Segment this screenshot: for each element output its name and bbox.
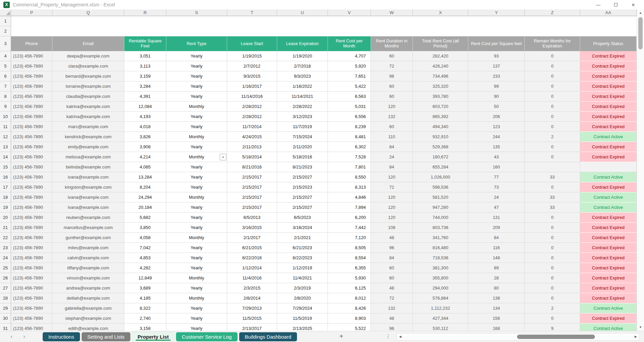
row-header-11[interactable]: 11 — [0, 122, 11, 132]
cell-total-rent-cost-r17[interactable]: 598,536 — [413, 182, 468, 192]
cell-rentable-sqft-r26[interactable]: 12,849 — [124, 273, 166, 283]
cell-rent-cost-month-r26[interactable]: 5,930 — [328, 273, 371, 283]
cell-lease-start-r9[interactable]: 2/28/2012 — [227, 102, 277, 112]
column-header-U[interactable]: U — [277, 9, 328, 16]
cell-rentable-sqft-r18[interactable]: 24,294 — [124, 192, 166, 202]
cell-remain-months-r22[interactable]: 0 — [525, 233, 580, 243]
cell-total-rent-cost-r12[interactable]: 932,910 — [413, 132, 468, 142]
cell-email-r31[interactable]: edith@example.com — [52, 324, 124, 331]
cell-lease-start-r23[interactable]: 6/21/2015 — [227, 243, 277, 253]
cell-rent-type-r23[interactable]: Yearly — [166, 243, 227, 253]
cell-remain-months-r31[interactable]: 9 — [525, 324, 580, 331]
cell-email-r8[interactable]: claudia@example.com — [52, 91, 124, 102]
cell-rent-cost-sqft-r6[interactable]: 233 — [468, 71, 525, 81]
cell-email-r12[interactable]: kendrick@example.com — [52, 132, 124, 142]
cell-rent-cost-sqft-r29[interactable]: 134 — [468, 303, 525, 313]
cell-lease-start-r14[interactable]: 5/18/2014 — [227, 152, 277, 162]
cell-rent-cost-sqft-r16[interactable]: 77 — [468, 172, 525, 182]
cell-email-r4[interactable]: deepa@example.com — [52, 51, 124, 61]
cell-rent-type-r11[interactable]: Yearly — [166, 122, 227, 132]
cell-lease-start-r15[interactable]: 8/21/2016 — [227, 162, 277, 172]
cell-lease-expiration-r9[interactable]: 2/28/2022 — [277, 102, 328, 112]
cell-phone-r20[interactable]: (123) 456-7890 — [11, 213, 52, 223]
sheet-nav-left-icon[interactable]: ‹ — [8, 333, 15, 340]
cell-total-rent-cost-r30[interactable]: 427,344 — [413, 313, 468, 324]
cell-lease-start-r18[interactable]: 2/15/2017 — [227, 192, 277, 202]
cell-lease-expiration-r13[interactable]: 2/11/2020 — [277, 142, 328, 152]
cell-email-r7[interactable]: lorraine@example.com — [52, 81, 124, 91]
cell-property-status-r23[interactable]: Contract Expired — [580, 243, 637, 253]
cell-property-status-r22[interactable]: Contract Expired — [580, 233, 637, 243]
cell-lease-expiration-r26[interactable]: 11/4/2021 — [277, 273, 328, 283]
cell-phone-r30[interactable]: (123) 456-7890 — [11, 313, 52, 324]
cell-phone-r14[interactable]: (123) 456-7890 — [11, 152, 52, 162]
cell-property-status-r15[interactable] — [580, 162, 637, 172]
cell-rent-duration-r25[interactable]: 60 — [371, 263, 413, 273]
cell-property-status-r25[interactable]: Contract Expired — [580, 263, 637, 273]
column-title-rent-cost-sqft[interactable]: Rent Cost per Square feet — [468, 36, 525, 51]
cell-remain-months-r15[interactable] — [525, 162, 580, 172]
scroll-up-icon[interactable]: ▲ — [637, 11, 644, 14]
cell-rent-duration-r27[interactable]: 48 — [371, 283, 413, 293]
cell-lease-start-r17[interactable]: 2/15/2017 — [227, 182, 277, 192]
cell-lease-start-r8[interactable]: 11/14/2016 — [227, 91, 277, 102]
cell-rent-type-r9[interactable]: Monthly — [166, 102, 227, 112]
column-title-property-status[interactable]: Property Status — [580, 36, 637, 51]
cell-lease-start-r5[interactable]: 2/7/2012 — [227, 61, 277, 71]
cell-email-r6[interactable]: bernard@example.com — [52, 71, 124, 81]
cell-lease-expiration-r22[interactable]: 2/1/2021 — [277, 233, 328, 243]
cell-lease-expiration-r11[interactable]: 11/7/2019 — [277, 122, 328, 132]
cell-lease-start-r21[interactable]: 3/16/2015 — [227, 223, 277, 233]
cell-remain-months-r30[interactable]: 0 — [525, 313, 580, 324]
cell-lease-expiration-r4[interactable]: 1/19/2020 — [277, 51, 328, 61]
cell-lease-expiration-r25[interactable]: 1/12/2019 — [277, 263, 328, 273]
cell-phone-r17[interactable]: (123) 456-7890 — [11, 182, 52, 192]
column-title-rentable-sqft[interactable]: Rentable Square Feet — [124, 36, 166, 51]
row-header-18[interactable]: 18 — [0, 192, 11, 202]
cell-rent-type-r27[interactable]: Yearly — [166, 283, 227, 293]
cell-rent-cost-sqft-r8[interactable]: 90 — [468, 91, 525, 102]
cell-email-r28[interactable]: delilah@example.com — [52, 293, 124, 303]
cell-rent-cost-month-r27[interactable]: 6,125 — [328, 283, 371, 293]
cell-lease-expiration-r6[interactable]: 9/3/2023 — [277, 71, 328, 81]
cell-rent-cost-sqft-r28[interactable]: 138 — [468, 293, 525, 303]
column-header-Y[interactable]: Y — [468, 9, 525, 16]
cell-rent-duration-r15[interactable]: 84 — [371, 162, 413, 172]
minimize-button[interactable]: — — [590, 0, 607, 9]
cell-rent-duration-r18[interactable]: 120 — [371, 192, 413, 202]
cell-rentable-sqft-r9[interactable]: 12,084 — [124, 102, 166, 112]
cell-rentable-sqft-r29[interactable]: 8,322 — [124, 303, 166, 313]
cell-total-rent-cost-r19[interactable]: 947,280 — [413, 202, 468, 213]
row-header-7[interactable]: 7 — [0, 81, 11, 91]
column-header-Z[interactable]: Z — [525, 9, 580, 16]
cell-rent-cost-sqft-r14[interactable]: 43 — [468, 152, 525, 162]
cell-lease-start-r19[interactable]: 2/15/2017 — [227, 202, 277, 213]
vertical-scrollbar[interactable]: ▲ ▼ — [637, 9, 644, 331]
cell-rent-cost-month-r24[interactable]: 8,554 — [328, 253, 371, 263]
cell-remain-months-r29[interactable]: 2 — [525, 303, 580, 313]
cell-phone-r22[interactable]: (123) 456-7890 — [11, 233, 52, 243]
cell-total-rent-cost-r11[interactable]: 494,340 — [413, 122, 468, 132]
row-header-24[interactable]: 24 — [0, 253, 11, 263]
cell-total-rent-cost-r5[interactable]: 426,240 — [413, 61, 468, 71]
cell-rent-cost-sqft-r12[interactable]: 244 — [468, 132, 525, 142]
cell-lease-start-r20[interactable]: 6/5/2013 — [227, 213, 277, 223]
row-header-30[interactable]: 30 — [0, 313, 11, 324]
cell-phone-r21[interactable]: (123) 456-7890 — [11, 223, 52, 233]
cell-email-r16[interactable]: ivana@example.com — [52, 172, 124, 182]
cell-rent-cost-sqft-r23[interactable]: 116 — [468, 243, 525, 253]
cell-property-status-r7[interactable]: Contract Expired — [580, 81, 637, 91]
cell-rentable-sqft-r5[interactable]: 3,113 — [124, 61, 166, 71]
cell-rent-type-r19[interactable]: Yearly — [166, 202, 227, 213]
cell-rent-duration-r12[interactable]: 110 — [371, 132, 413, 142]
cell-rent-cost-month-r9[interactable]: 5,031 — [328, 102, 371, 112]
cell-rent-duration-r16[interactable]: 120 — [371, 172, 413, 182]
cell-rentable-sqft-r30[interactable]: 2,740 — [124, 313, 166, 324]
cell-lease-expiration-r14[interactable]: 5/18/2016 — [277, 152, 328, 162]
cell-total-rent-cost-r16[interactable]: 1,026,000 — [413, 172, 468, 182]
cell-rent-duration-r8[interactable]: 60 — [371, 91, 413, 102]
cell-property-status-r5[interactable]: Contract Expired — [580, 61, 637, 71]
cell-lease-expiration-r5[interactable]: 2/7/2018 — [277, 61, 328, 71]
cell-phone-r16[interactable]: (123) 456-7890 — [11, 172, 52, 182]
cell-rent-duration-r30[interactable]: 48 — [371, 313, 413, 324]
